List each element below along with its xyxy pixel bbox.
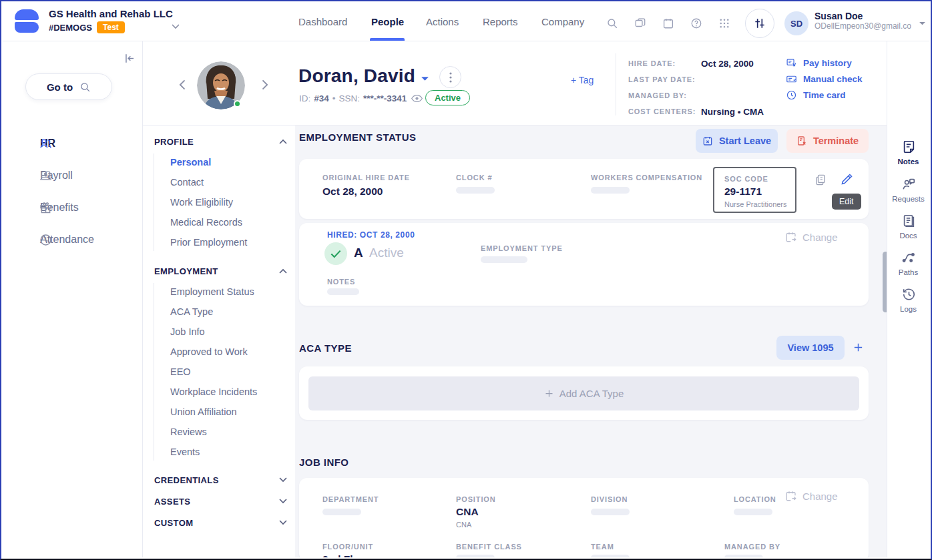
manual-check-icon	[786, 73, 797, 85]
app-window: GS Health and Rehab LLC #DEMOGS Test Das…	[0, 0, 932, 560]
next-employee-icon[interactable]	[258, 78, 271, 91]
employee-name: Doran, David	[298, 65, 415, 87]
rail-item-requests[interactable]: Requests	[887, 177, 929, 203]
sidebar-item-payroll[interactable]: Payroll	[3, 164, 142, 187]
employee-ssn: ***-**-3341	[363, 93, 407, 103]
sidebar-item-attendance[interactable]: Attendance	[3, 228, 142, 251]
calendar-icon[interactable]	[662, 17, 674, 29]
nav-section-profile[interactable]: PROFILE	[154, 136, 287, 147]
company-code: #DEMOGS	[49, 23, 92, 33]
add-aca-plus-icon[interactable]	[853, 342, 864, 353]
terminate-button[interactable]: Terminate	[786, 129, 869, 153]
nav-section-custom[interactable]: CUSTOM	[154, 517, 287, 528]
rail-item-logs[interactable]: Logs	[887, 287, 929, 313]
tab-actions[interactable]: Actions	[426, 16, 459, 27]
chevron-up-icon	[279, 139, 287, 144]
tab-company[interactable]: Company	[541, 16, 584, 27]
goto-label: Go to	[47, 81, 73, 93]
empty-value-placeholder	[327, 288, 359, 295]
docs-icon	[901, 214, 916, 228]
soc-code-value: 29-1171	[724, 186, 762, 198]
add-aca-type-button[interactable]: Add ACA Type	[308, 376, 859, 410]
change-job-info-button[interactable]: Change	[785, 490, 838, 502]
payroll-icon	[39, 169, 53, 183]
nav-item-job-info[interactable]: Job Info	[170, 326, 205, 337]
nav-item-approved-to-work[interactable]: Approved to Work	[170, 346, 248, 357]
collapse-sidebar-icon[interactable]	[124, 52, 136, 65]
messages-icon[interactable]	[634, 17, 646, 29]
user-info[interactable]: Susan Doe ODellEmpeon30@gmail.co	[814, 11, 911, 31]
check-icon	[330, 250, 341, 258]
sliders-icon	[753, 17, 766, 30]
nav-item-work-eligibility[interactable]: Work Eligibility	[170, 197, 233, 208]
employee-id-ssn-line: ID: #34 • SSN: ***-**-3341	[299, 93, 423, 103]
plus-icon	[544, 388, 554, 398]
active-tab-underline	[370, 38, 405, 41]
controls-button[interactable]	[745, 9, 774, 38]
reveal-ssn-eye-icon[interactable]	[411, 94, 423, 103]
tab-reports[interactable]: Reports	[483, 16, 518, 27]
nav-item-eeo[interactable]: EEO	[170, 366, 191, 377]
apps-grid-icon[interactable]	[718, 17, 730, 29]
goto-search-button[interactable]: Go to	[25, 73, 112, 100]
nav-item-aca-type[interactable]: ACA Type	[170, 306, 213, 317]
previous-employee-icon[interactable]	[176, 78, 190, 91]
soc-code-description: Nurse Practitioners	[724, 200, 787, 208]
pay-history-link[interactable]: Pay history	[786, 57, 852, 69]
nav-item-union-affiliation[interactable]: Union Affiliation	[170, 406, 237, 417]
employee-more-menu-button[interactable]	[439, 66, 461, 88]
attendance-clock-icon	[39, 233, 53, 247]
company-dropdown-caret-icon[interactable]	[172, 24, 180, 29]
paths-icon	[901, 250, 916, 265]
tab-dashboard[interactable]: Dashboard	[298, 16, 347, 27]
nav-item-contact[interactable]: Contact	[170, 177, 204, 188]
tab-people[interactable]: People	[371, 16, 404, 27]
time-card-link[interactable]: Time card	[786, 89, 846, 101]
nav-item-personal[interactable]: Personal	[170, 157, 211, 168]
nav-item-events[interactable]: Events	[170, 447, 200, 457]
nav-section-credentials[interactable]: CREDENTIALS	[154, 475, 287, 485]
start-leave-button[interactable]: Start Leave	[696, 129, 778, 153]
nav-section-employment[interactable]: EMPLOYMENT	[154, 266, 287, 276]
company-block[interactable]: GS Health and Rehab LLC #DEMOGS Test	[49, 8, 173, 33]
hired-status-card: HIRED: OCT 28, 2000 A Active EMPLOYMENT …	[299, 223, 869, 306]
nav-item-workplace-incidents[interactable]: Workplace Incidents	[170, 386, 257, 397]
employment-status-title: EMPLOYMENT STATUS	[299, 131, 416, 143]
nav-item-medical-records[interactable]: Medical Records	[170, 217, 242, 228]
employment-fields-card: ORIGINAL HIRE DATE Oct 28, 2000 CLOCK # …	[299, 159, 869, 219]
employee-id: #34	[314, 93, 329, 103]
empty-value-placeholder	[734, 509, 772, 515]
right-rail: Notes Requests Docs Paths Logs	[887, 41, 929, 557]
hired-date-line: HIRED: OCT 28, 2000	[327, 230, 415, 240]
manual-check-link[interactable]: Manual check	[786, 73, 863, 85]
copy-icon[interactable]	[814, 173, 827, 187]
edit-pencil-icon[interactable]	[840, 172, 854, 186]
change-status-button[interactable]: Change	[785, 231, 838, 243]
rail-item-docs[interactable]: Docs	[887, 214, 929, 240]
benefits-gift-icon	[39, 201, 53, 215]
employee-name-caret-icon[interactable]	[421, 76, 429, 82]
nav-item-prior-employment[interactable]: Prior Employment	[170, 237, 247, 248]
job-info-title: JOB INFO	[299, 457, 348, 468]
rail-item-paths[interactable]: Paths	[887, 250, 929, 276]
empeon-logo-icon[interactable]	[15, 9, 39, 33]
position-sub-value: CNA	[456, 521, 471, 529]
nav-item-reviews[interactable]: Reviews	[170, 427, 207, 437]
rail-item-notes[interactable]: Notes	[887, 139, 929, 166]
empty-value-placeholder	[591, 555, 630, 557]
nav-item-employment-status[interactable]: Employment Status	[170, 286, 254, 297]
sidebar-item-benefits[interactable]: Benefits	[3, 196, 142, 219]
soc-code-field-highlighted[interactable]: SOC CODE 29-1171 Nurse Practitioners	[713, 167, 796, 213]
view-1095-button[interactable]: View 1095	[776, 336, 845, 360]
help-icon[interactable]	[690, 17, 702, 29]
employee-status-badge: Active	[425, 90, 470, 105]
user-avatar[interactable]: SD	[784, 11, 808, 35]
nav-section-assets[interactable]: ASSETS	[154, 496, 287, 507]
user-menu-caret-icon[interactable]	[919, 21, 926, 26]
add-tag-button[interactable]: + Tag	[571, 75, 594, 85]
calendar-x-icon	[702, 135, 713, 146]
empty-value-placeholder	[591, 187, 630, 194]
sidebar-item-hr[interactable]: HR	[3, 132, 142, 155]
hr-people-icon	[39, 137, 53, 151]
search-icon[interactable]	[606, 17, 618, 29]
